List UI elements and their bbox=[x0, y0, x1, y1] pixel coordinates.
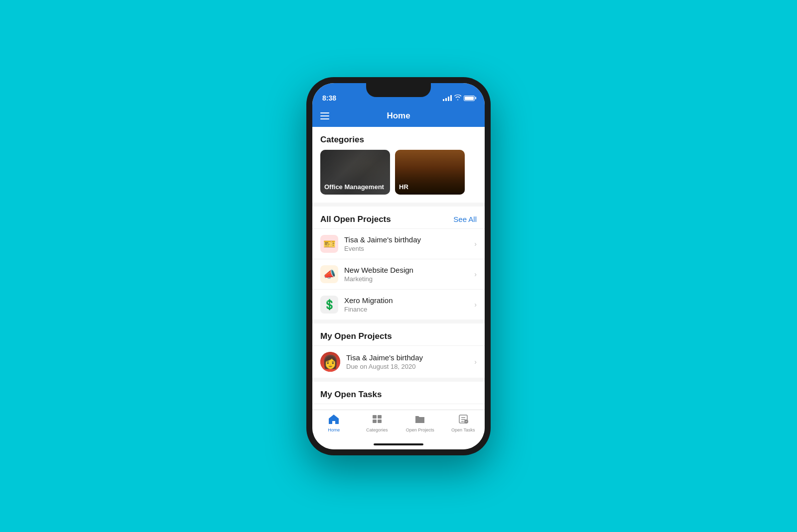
open-projects-icon bbox=[414, 414, 425, 426]
project-info-website: New Website Design Marketing bbox=[344, 266, 470, 283]
signal-icon bbox=[443, 95, 452, 101]
tab-home-label: Home bbox=[328, 427, 340, 432]
project-icon-xero: 💲 bbox=[320, 296, 338, 314]
tab-home[interactable]: Home bbox=[312, 414, 356, 432]
avatar bbox=[320, 352, 340, 372]
tab-open-tasks[interactable]: Open Tasks bbox=[442, 414, 485, 432]
my-project-name: Tisa & Jaime's birthday bbox=[346, 353, 470, 362]
category-label-hr: HR bbox=[399, 183, 408, 191]
project-category-xero: Finance bbox=[344, 306, 470, 313]
tab-open-projects[interactable]: Open Projects bbox=[398, 414, 442, 432]
my-open-tasks-section: My Open Tasks Buy cake › bbox=[312, 382, 485, 410]
home-indicator-bar bbox=[374, 443, 423, 445]
categories-scroll: Office Management HR bbox=[312, 150, 485, 203]
battery-icon bbox=[464, 96, 475, 101]
status-icons bbox=[443, 95, 475, 102]
my-project-item-birthday[interactable]: Tisa & Jaime's birthday Due on August 18… bbox=[312, 345, 485, 378]
svg-rect-0 bbox=[373, 415, 377, 419]
avatar-face bbox=[320, 352, 340, 372]
svg-rect-2 bbox=[373, 420, 377, 423]
main-content: Categories Office Management HR bbox=[312, 127, 485, 410]
my-open-projects-section: My Open Projects Tisa & Jaime's birthday… bbox=[312, 323, 485, 378]
project-icon-birthday: 🎫 bbox=[320, 235, 338, 253]
tab-bar: Home Categories bbox=[312, 410, 485, 439]
open-tasks-icon bbox=[458, 414, 469, 426]
chevron-right-icon: › bbox=[474, 358, 477, 366]
chevron-right-icon: › bbox=[474, 301, 477, 309]
category-card-office[interactable]: Office Management bbox=[320, 150, 390, 195]
all-projects-title: All Open Projects bbox=[320, 214, 391, 224]
project-info-birthday: Tisa & Jaime's birthday Events bbox=[344, 235, 470, 252]
phone-notch bbox=[366, 83, 431, 97]
my-projects-header: My Open Projects bbox=[312, 323, 485, 345]
my-project-info: Tisa & Jaime's birthday Due on August 18… bbox=[346, 353, 470, 370]
wifi-icon bbox=[454, 95, 461, 102]
project-name-birthday: Tisa & Jaime's birthday bbox=[344, 235, 470, 244]
project-category-website: Marketing bbox=[344, 275, 470, 283]
menu-button[interactable] bbox=[320, 112, 329, 119]
phone-screen: 8:38 Home bbox=[312, 83, 485, 449]
see-all-button[interactable]: See All bbox=[453, 215, 477, 223]
project-item-website[interactable]: 📣 New Website Design Marketing › bbox=[312, 259, 485, 289]
project-item-birthday[interactable]: 🎫 Tisa & Jaime's birthday Events › bbox=[312, 228, 485, 259]
project-item-xero[interactable]: 💲 Xero Migration Finance › bbox=[312, 289, 485, 319]
tab-open-projects-label: Open Projects bbox=[406, 427, 434, 432]
tab-open-tasks-label: Open Tasks bbox=[451, 427, 475, 432]
tab-categories-label: Categories bbox=[366, 427, 388, 432]
all-open-projects-section: All Open Projects See All 🎫 Tisa & Jaime… bbox=[312, 207, 485, 319]
phone-frame: 8:38 Home bbox=[306, 77, 491, 455]
task-item-buy-cake[interactable]: Buy cake › bbox=[312, 404, 485, 410]
category-label-office: Office Management bbox=[324, 183, 384, 191]
tab-categories[interactable]: Categories bbox=[356, 414, 399, 432]
project-name-website: New Website Design bbox=[344, 266, 470, 274]
app-header: Home bbox=[312, 105, 485, 127]
my-tasks-title: My Open Tasks bbox=[320, 390, 382, 400]
project-category-birthday: Events bbox=[344, 245, 470, 252]
svg-rect-1 bbox=[378, 415, 382, 419]
my-project-due: Due on August 18, 2020 bbox=[346, 363, 470, 370]
app-title: Home bbox=[387, 111, 410, 121]
categories-title: Categories bbox=[312, 127, 485, 150]
my-projects-title: My Open Projects bbox=[320, 331, 392, 341]
category-card-hr[interactable]: HR bbox=[395, 150, 465, 195]
home-indicator bbox=[312, 439, 485, 449]
home-icon bbox=[328, 414, 339, 426]
svg-rect-3 bbox=[378, 420, 382, 423]
project-name-xero: Xero Migration bbox=[344, 296, 470, 305]
chevron-right-icon: › bbox=[474, 270, 477, 278]
chevron-right-icon: › bbox=[474, 240, 477, 248]
project-icon-website: 📣 bbox=[320, 265, 338, 283]
all-projects-header: All Open Projects See All bbox=[312, 207, 485, 228]
categories-section: Categories Office Management HR bbox=[312, 127, 485, 203]
my-tasks-header: My Open Tasks bbox=[312, 382, 485, 404]
status-time: 8:38 bbox=[322, 94, 336, 102]
project-info-xero: Xero Migration Finance bbox=[344, 296, 470, 313]
categories-icon bbox=[372, 414, 383, 426]
